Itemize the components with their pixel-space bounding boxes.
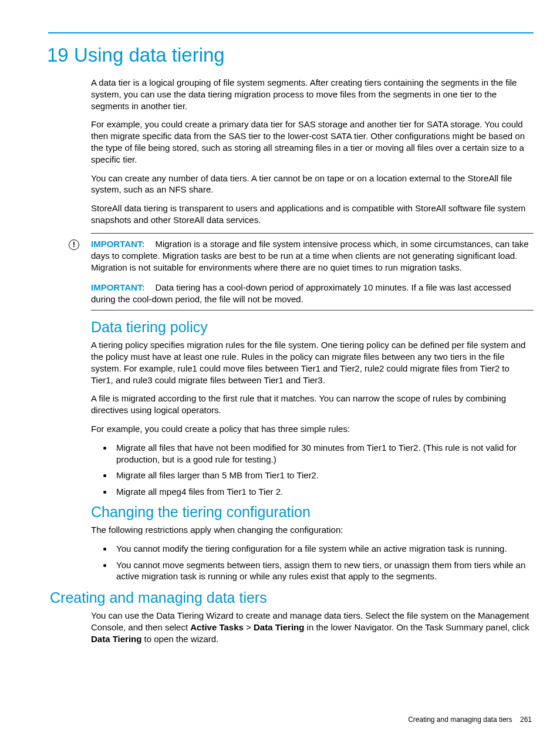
creating-gt: >: [244, 622, 254, 632]
top-rule: [48, 32, 534, 33]
list-item: You cannot move segments between tiers, …: [113, 559, 534, 583]
list-item: Migrate all files that have not been mod…: [113, 442, 534, 465]
important-label-2: IMPORTANT:: [91, 282, 144, 292]
heading-creating: Creating and managing data tiers: [50, 589, 534, 606]
creating-p1: You can use the Data Tiering Wizard to c…: [91, 610, 534, 644]
important-label: IMPORTANT:: [91, 239, 144, 249]
heading-policy: Data tiering policy: [91, 319, 534, 336]
intro-p1: A data tier is a logical grouping of fil…: [91, 77, 534, 112]
policy-p2: A file is migrated according to the firs…: [91, 393, 534, 416]
intro-p4: StoreAll data tiering is transparent to …: [91, 202, 534, 226]
important-text-2: IMPORTANT:Data tiering has a cool-down p…: [91, 282, 534, 305]
important-body-2: Data tiering has a cool-down period of a…: [91, 282, 511, 304]
chapter-title: 19 Using data tiering: [47, 44, 534, 66]
important-text-1: IMPORTANT:Migration is a storage and fil…: [91, 238, 534, 274]
chapter-number: 19: [47, 44, 69, 66]
policy-p3: For example, you could create a policy t…: [91, 423, 534, 435]
policy-bullets: Migrate all files that have not been mod…: [113, 442, 534, 498]
intro-p2: For example, you could create a primary …: [91, 119, 534, 165]
heading-changing: Changing the tiering configuration: [91, 504, 534, 521]
intro-p3: You can create any number of data tiers.…: [91, 173, 534, 196]
creating-b1: Active Tasks: [190, 622, 244, 632]
policy-p1: A tiering policy specifies migration rul…: [91, 339, 534, 386]
creating-mid: in the lower Navigator. On the Task Summ…: [304, 622, 529, 632]
footer-page-number: 261: [520, 715, 532, 724]
chapter-heading: Using data tiering: [74, 44, 225, 66]
list-item: Migrate all files larger than 5 MB from …: [113, 470, 534, 481]
list-item: You cannot modify the tiering configurat…: [113, 543, 534, 555]
creating-post: to open the wizard.: [141, 634, 218, 644]
creating-b3: Data Tiering: [91, 634, 141, 644]
changing-bullets: You cannot modify the tiering configurat…: [113, 543, 534, 582]
changing-intro: The following restrictions apply when ch…: [91, 524, 534, 536]
list-item: Migrate all mpeg4 files from Tier1 to Ti…: [113, 486, 534, 498]
important-body-1: Migration is a storage and file system i…: [91, 239, 529, 272]
creating-b2: Data Tiering: [254, 622, 304, 632]
important-note: ! IMPORTANT:Migration is a storage and f…: [91, 233, 534, 310]
footer-text: Creating and managing data tiers: [408, 715, 512, 724]
page-footer: Creating and managing data tiers 261: [408, 715, 532, 724]
important-icon: !: [69, 239, 79, 250]
